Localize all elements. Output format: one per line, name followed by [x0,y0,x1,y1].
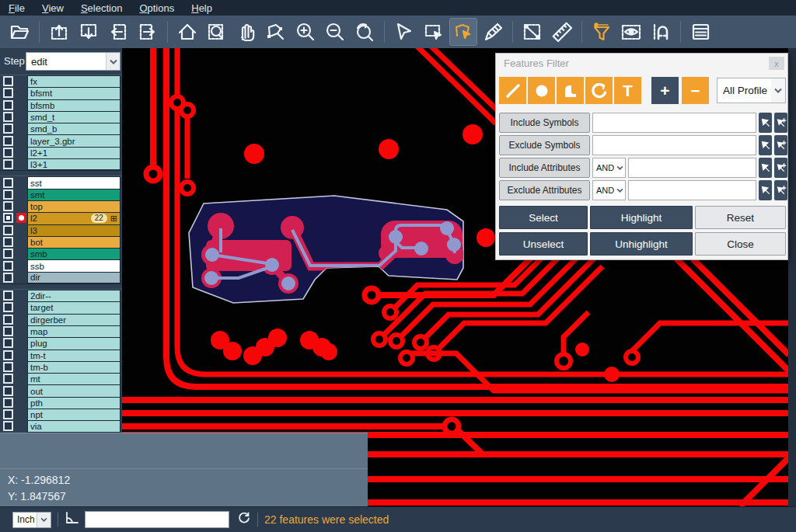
active-layer-indicator-cell[interactable] [16,111,26,123]
layer-row-bot[interactable]: bot [0,236,122,248]
layer-visibility-checkbox[interactable] [3,100,13,110]
active-layer-indicator-cell[interactable] [16,259,26,271]
layer-name[interactable]: l3 [27,224,120,236]
layer-name[interactable]: dir [27,272,120,283]
layer-row-smd_t[interactable]: smd_t [0,111,122,123]
layer-name[interactable]: smd_t [27,111,120,123]
active-layer-indicator-cell[interactable] [16,290,26,301]
active-layer-indicator-cell[interactable] [16,176,26,188]
zoom-in-icon[interactable] [292,19,319,45]
layer-row-dirgerber[interactable]: dirgerber [0,314,122,325]
layer-row-l2[interactable]: l222⊞ [0,212,122,224]
line-feature-icon[interactable] [499,77,526,104]
layer-row-ssb[interactable]: ssb [0,259,122,271]
layer-row-l2+1[interactable]: l2+1 [0,147,122,158]
layer-visibility-checkbox[interactable] [3,350,13,360]
layer-name[interactable]: l3+1 [27,158,120,170]
measure-distance-icon[interactable] [519,19,546,45]
pick-add-attribute-icon[interactable] [774,180,787,200]
layer-row-smb[interactable]: smb [0,248,122,259]
layer-row-l3+1[interactable]: l3+1 [0,158,122,170]
layer-name[interactable]: tm-b [27,361,120,373]
active-layer-indicator-cell[interactable] [16,361,26,373]
zoom-polygon-icon[interactable] [263,19,289,45]
active-layer-indicator-cell[interactable] [16,189,26,200]
layer-name[interactable]: ssb [27,259,120,271]
exclude-attributes-input[interactable] [628,180,756,200]
pan-right-icon[interactable] [134,19,161,45]
layer-visibility-checkbox[interactable] [3,290,13,301]
layer-visibility-checkbox[interactable] [3,409,13,419]
layer-row-map[interactable]: map [0,325,122,337]
layer-visibility-checkbox[interactable] [3,386,13,396]
layer-name[interactable]: map [27,325,120,337]
active-layer-indicator-cell[interactable] [16,248,26,259]
layer-row-fx[interactable]: fx [0,75,122,87]
pick-symbol-icon[interactable] [759,113,772,133]
pick-attribute-icon[interactable] [759,180,772,200]
menu-file[interactable]: File [0,2,33,15]
layer-visibility-checkbox[interactable] [3,136,13,146]
clear-highlight-brush-icon[interactable] [480,19,506,45]
polarity-negative-icon[interactable]: − [682,77,709,104]
layer-visibility-checkbox[interactable] [3,362,13,372]
pan-down-icon[interactable] [75,19,102,45]
active-layer-indicator-cell[interactable] [16,337,26,349]
layer-name[interactable]: out [27,384,120,396]
active-layer-indicator-cell[interactable] [16,397,26,409]
open-folder-icon[interactable] [6,19,33,45]
layer-name[interactable]: pth [27,397,120,409]
layer-name[interactable]: npt [27,409,120,420]
layer-row-dir[interactable]: dir [0,272,122,283]
layer-name[interactable]: l222⊞ [27,212,120,224]
active-layer-indicator-cell[interactable] [16,384,26,396]
layer-name[interactable]: 2dir-- [27,290,120,301]
command-input[interactable] [85,511,229,528]
select-rectangle-icon[interactable] [421,19,447,45]
layer-visibility-checkbox[interactable] [3,159,13,169]
layer-row-top[interactable]: top [0,200,122,212]
layer-row-smt[interactable]: smt [0,189,122,200]
pan-left-icon[interactable] [105,19,131,45]
layer-visibility-checkbox[interactable] [3,421,13,431]
layer-name[interactable]: bfsmt [27,87,120,99]
active-layer-indicator-cell[interactable] [16,272,26,283]
include-attributes-logic-dropdown[interactable]: AND [592,158,626,178]
layer-name[interactable]: via [27,420,120,432]
pick-add-symbol-icon[interactable] [774,113,787,133]
layer-visibility-checkbox[interactable] [3,315,13,325]
active-layer-indicator-cell[interactable] [16,236,26,248]
include-symbols-button[interactable]: Include Symbols [499,113,590,133]
layer-row-tm-b[interactable]: tm-b [0,361,122,373]
zoom-window-icon[interactable] [204,19,230,45]
layer-visibility-checkbox[interactable] [3,148,13,158]
text-feature-icon[interactable]: T [614,77,641,104]
layer-name[interactable]: smb [27,248,120,259]
layer-row-smd_b[interactable]: smd_b [0,123,122,134]
menu-help[interactable]: Help [183,2,221,15]
layer-row-bfsmt[interactable]: bfsmt [0,87,122,99]
active-layer-indicator-cell[interactable] [16,200,26,212]
layer-visibility-checkbox[interactable] [3,178,13,188]
layer-name[interactable]: target [27,301,120,313]
layer-name[interactable]: top [27,200,120,212]
active-layer-indicator-cell[interactable] [16,212,26,224]
unselect-button[interactable]: Unselect [499,232,588,256]
view-options-eye-icon[interactable] [618,19,644,45]
layer-visibility-checkbox[interactable] [3,88,13,98]
layer-name[interactable]: bfsmb [27,99,120,111]
active-layer-indicator-cell[interactable] [16,224,26,236]
pick-add-symbol-icon[interactable] [774,135,787,155]
unit-dropdown[interactable]: Inch [12,512,51,528]
layer-visibility-checkbox[interactable] [3,261,13,271]
snap-magnet-icon[interactable] [648,19,674,45]
layer-name[interactable]: smt [27,189,120,200]
measure-ruler-icon[interactable] [549,19,575,45]
exclude-attributes-logic-dropdown[interactable]: AND [592,180,626,200]
layer-row-bfsmb[interactable]: bfsmb [0,99,122,111]
zoom-previous-icon[interactable] [351,19,378,45]
exclude-attributes-button[interactable]: Exclude Attributes [499,180,590,200]
layer-visibility-checkbox[interactable] [3,237,13,247]
layer-visibility-checkbox[interactable] [3,398,13,408]
active-layer-indicator-cell[interactable] [16,409,26,420]
